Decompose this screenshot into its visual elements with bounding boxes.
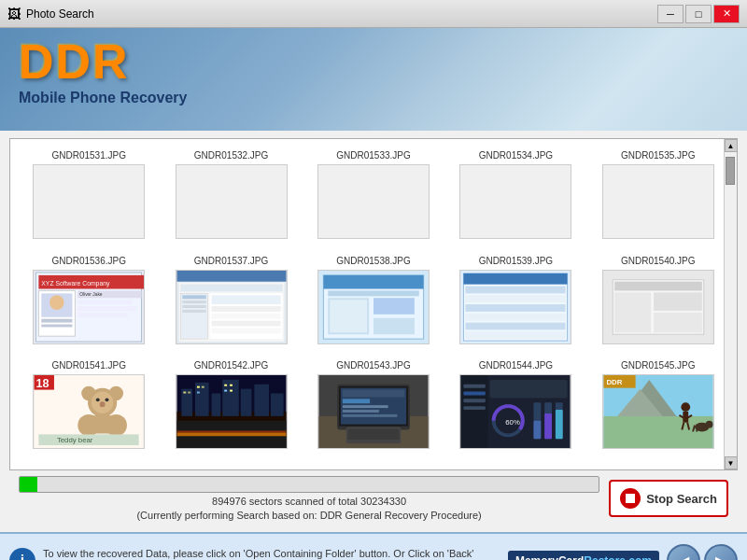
svg-point-6 [49, 295, 64, 310]
header: DDR Mobile Phone Recovery [0, 28, 747, 131]
svg-point-61 [100, 402, 106, 408]
vertical-scrollbar[interactable]: ▲ ▼ [724, 139, 737, 469]
svg-rect-8 [41, 324, 72, 327]
svg-text:Teddy bear: Teddy bear [57, 436, 93, 444]
photo-filename: GNDR01542.JPG [194, 360, 268, 371]
svg-rect-95 [343, 406, 388, 409]
svg-rect-36 [330, 300, 367, 332]
svg-rect-74 [211, 394, 220, 416]
window-controls: ─ □ ✕ [657, 5, 740, 23]
svg-rect-117 [603, 416, 712, 448]
photo-filename: GNDR01533.JPG [336, 150, 410, 161]
list-item[interactable]: GNDR01543.JPG [303, 357, 444, 462]
photo-thumbnail: DDR [602, 374, 714, 449]
title-bar-left: 🖼 Photo Search [7, 7, 94, 21]
photo-thumbnail: 18 Teddy bear [33, 374, 145, 449]
svg-rect-82 [201, 386, 204, 388]
svg-rect-83 [197, 392, 200, 394]
brand-text: MemoryCard [515, 554, 584, 560]
info-icon: i [9, 548, 35, 560]
back-button[interactable]: ◀ [667, 544, 700, 560]
scroll-thumb[interactable] [726, 157, 735, 185]
photo-filename: GNDR01539.JPG [479, 256, 553, 266]
svg-rect-85 [230, 385, 233, 386]
scroll-down-button[interactable]: ▼ [725, 456, 738, 469]
forward-button[interactable]: ▶ [704, 544, 738, 560]
photo-thumbnail [176, 270, 288, 344]
svg-rect-76 [240, 389, 251, 416]
photo-thumbnail [176, 374, 288, 449]
list-item[interactable]: GNDR01532.JPG [160, 147, 302, 252]
photo-filename: GNDR01541.JPG [51, 360, 125, 371]
svg-rect-20 [182, 301, 205, 303]
svg-rect-34 [374, 298, 415, 315]
svg-rect-96 [343, 410, 379, 413]
bottom-bar: i To view the recovered Data, please cli… [0, 532, 747, 560]
close-button[interactable]: ✕ [713, 5, 740, 23]
list-item[interactable]: GNDR01533.JPG [303, 147, 444, 252]
brand-badge: MemoryCardRestore.com [508, 551, 659, 560]
photo-thumbnail [602, 164, 714, 239]
svg-rect-25 [211, 306, 280, 312]
list-item[interactable]: GNDR01542.JPG [160, 357, 302, 462]
photo-filename: GNDR01545.JPG [621, 360, 695, 371]
photo-filename: GNDR01535.JPG [621, 150, 695, 161]
svg-rect-80 [188, 392, 190, 394]
photo-filename: GNDR01531.JPG [51, 150, 125, 161]
list-item[interactable]: GNDR01540.JPG [587, 252, 729, 357]
progress-subtext: (Currently performing Search based on: D… [19, 510, 599, 521]
progress-bar-inner [20, 477, 37, 492]
svg-rect-102 [464, 385, 486, 388]
list-item[interactable]: GNDR01536.JPG XYZ Software Company Oliv [18, 252, 160, 357]
svg-rect-18 [180, 293, 207, 339]
svg-point-120 [681, 403, 690, 413]
svg-rect-24 [211, 295, 280, 304]
main-area: GNDR01531.JPG GNDR01532.JPG GNDR01533.JP… [0, 131, 747, 532]
progress-info: 894976 sectors scanned of total 30234330… [19, 476, 599, 521]
list-item[interactable]: GNDR01544.JPG [444, 357, 586, 462]
svg-rect-105 [464, 406, 486, 410]
list-item[interactable]: GNDR01538.JPG [303, 252, 444, 357]
photo-filename: GNDR01534.JPG [479, 150, 553, 161]
list-item[interactable]: GNDR01541.JPG 18 [18, 357, 160, 462]
svg-rect-99 [348, 429, 400, 441]
list-item[interactable]: GNDR01545.JPG [587, 357, 729, 462]
svg-rect-115 [556, 410, 563, 439]
svg-rect-28 [211, 328, 280, 333]
svg-rect-21 [182, 305, 205, 308]
minimize-button[interactable]: ─ [657, 5, 684, 23]
ddr-logo: DDR [19, 37, 130, 86]
photo-thumbnail [459, 270, 571, 344]
photo-filename: GNDR01538.JPG [336, 256, 410, 266]
list-item[interactable]: GNDR01534.JPG [444, 147, 586, 252]
list-item[interactable]: GNDR01531.JPG [18, 147, 160, 252]
scroll-track [725, 152, 737, 456]
svg-rect-77 [254, 385, 269, 416]
photo-thumbnail: 60% [459, 374, 571, 449]
svg-rect-94 [343, 399, 370, 404]
app-subtitle: Mobile Phone Recovery [19, 90, 188, 106]
photo-filename: GNDR01540.JPG [621, 256, 695, 266]
brand-highlight: Restore.com [584, 554, 652, 560]
svg-point-127 [705, 421, 712, 428]
progress-area: 894976 sectors scanned of total 30234330… [9, 470, 738, 525]
svg-rect-12 [78, 306, 136, 311]
photo-thumbnail [176, 164, 288, 239]
list-item[interactable]: GNDR01539.JPG [444, 252, 586, 357]
photo-thumbnail [459, 164, 571, 239]
photo-thumbnail [33, 164, 145, 239]
photo-filename: GNDR01537.JPG [194, 256, 268, 266]
photo-grid-container: GNDR01531.JPG GNDR01532.JPG GNDR01533.JP… [9, 138, 738, 470]
svg-rect-27 [211, 320, 280, 326]
svg-rect-41 [466, 295, 566, 302]
svg-rect-103 [464, 392, 486, 396]
svg-rect-13 [78, 313, 128, 317]
scroll-up-button[interactable]: ▲ [725, 139, 738, 152]
list-item[interactable]: GNDR01537.JPG [160, 252, 302, 357]
app-title: Photo Search [26, 7, 94, 21]
list-item[interactable]: GNDR01535.JPG [587, 147, 729, 252]
photo-filename: GNDR01532.JPG [194, 150, 268, 161]
maximize-button[interactable]: □ [685, 5, 712, 23]
stop-search-button[interactable]: Stop Search [609, 480, 728, 517]
svg-point-60 [106, 399, 109, 402]
